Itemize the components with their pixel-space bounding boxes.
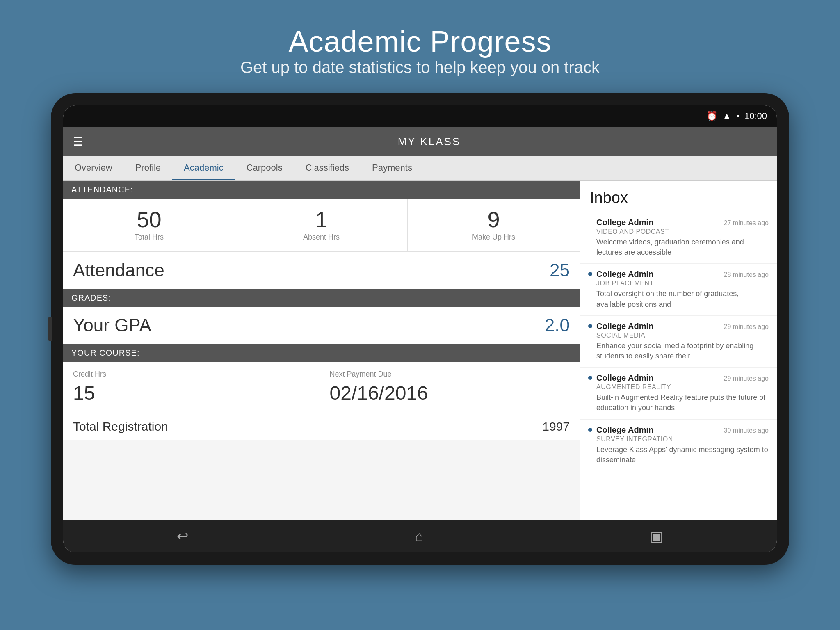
app-bar: ☰ MY KLASS xyxy=(63,127,777,156)
total-hrs-cell: 50 Total Hrs xyxy=(63,199,235,251)
bottom-nav: ↩ ⌂ ▣ xyxy=(63,520,777,552)
inbox-item-2[interactable]: College Admin 29 minutes ago SOCIAL MEDI… xyxy=(580,316,777,368)
next-payment-item: Next Payment Due 02/16/2016 xyxy=(330,370,570,404)
inbox-preview-3: Built-in Augmented Reality feature puts … xyxy=(596,393,769,413)
wifi-icon: ▲ xyxy=(722,111,731,121)
home-button[interactable]: ⌂ xyxy=(415,528,424,544)
alarm-icon: ⏰ xyxy=(706,111,717,121)
course-info: Credit Hrs 15 Next Payment Due 02/16/201… xyxy=(63,362,580,413)
inbox-item-1[interactable]: College Admin 28 minutes ago JOB PLACEME… xyxy=(580,264,777,315)
tablet-device: ⏰ ▲ ▪ 10:00 ☰ MY KLASS Overview Profile … xyxy=(51,93,789,565)
inbox-preview-0: Welcome videos, graduation ceremonies an… xyxy=(596,237,769,258)
inbox-item-3[interactable]: College Admin 29 minutes ago AUGMENTED R… xyxy=(580,368,777,419)
clock: 10:00 xyxy=(744,111,767,121)
makeup-hrs-cell: 9 Make Up Hrs xyxy=(408,199,580,251)
tab-overview[interactable]: Overview xyxy=(63,156,124,180)
attendance-progress-row: Attendance 25 xyxy=(63,252,580,289)
page-title: Academic Progress xyxy=(240,25,600,58)
next-payment-label: Next Payment Due xyxy=(330,370,570,379)
attendance-section-header: ATTENDANCE: xyxy=(63,181,580,199)
status-bar: ⏰ ▲ ▪ 10:00 xyxy=(63,105,777,127)
inbox-item-header-3: College Admin 29 minutes ago xyxy=(596,373,769,383)
inbox-item-content-3: College Admin 29 minutes ago AUGMENTED R… xyxy=(596,373,769,413)
status-icons: ⏰ ▲ ▪ 10:00 xyxy=(706,111,767,121)
inbox-preview-1: Total oversight on the number of graduat… xyxy=(596,289,769,309)
inbox-time-0: 27 minutes ago xyxy=(724,219,769,227)
inbox-dot-3 xyxy=(588,376,592,380)
inbox-category-4: SURVEY INTEGRATION xyxy=(596,436,769,443)
inbox-time-3: 29 minutes ago xyxy=(724,375,769,382)
tab-payments[interactable]: Payments xyxy=(361,156,424,180)
back-button[interactable]: ↩ xyxy=(177,528,188,544)
credit-hrs-item: Credit Hrs 15 xyxy=(73,370,313,404)
absent-hrs-label: Absent Hrs xyxy=(303,233,340,242)
inbox-dot-2 xyxy=(588,324,592,328)
app-title: MY KLASS xyxy=(91,135,767,148)
course-row: Credit Hrs 15 Next Payment Due 02/16/201… xyxy=(73,370,570,404)
absent-hrs-cell: 1 Absent Hrs xyxy=(235,199,408,251)
makeup-hrs-label: Make Up Hrs xyxy=(472,233,515,242)
inbox-spacer-0 xyxy=(588,220,592,224)
hamburger-menu[interactable]: ☰ xyxy=(73,135,83,148)
total-value: 1997 xyxy=(542,420,570,434)
grades-section-header: GRADES: xyxy=(63,289,580,307)
inbox-sender-0: College Admin xyxy=(596,218,653,227)
inbox-sender-2: College Admin xyxy=(596,322,653,331)
tablet-screen: ⏰ ▲ ▪ 10:00 ☰ MY KLASS Overview Profile … xyxy=(63,105,777,552)
inbox-title: Inbox xyxy=(580,181,777,212)
inbox-item-header-2: College Admin 29 minutes ago xyxy=(596,322,769,331)
inbox-sender-4: College Admin xyxy=(596,425,653,435)
inbox-dot-4 xyxy=(588,428,592,432)
credit-hrs-label: Credit Hrs xyxy=(73,370,313,379)
volume-button xyxy=(48,317,52,341)
inbox-preview-4: Leverage Klass Apps' dynamic messaging s… xyxy=(596,445,769,465)
inbox-time-2: 29 minutes ago xyxy=(724,323,769,331)
inbox-item-content-2: College Admin 29 minutes ago SOCIAL MEDI… xyxy=(596,322,769,361)
battery-icon: ▪ xyxy=(736,111,740,121)
inbox-sender-1: College Admin xyxy=(596,269,653,279)
makeup-hrs-value: 9 xyxy=(487,208,500,231)
inbox-dot-1 xyxy=(588,272,592,276)
course-section-header: YOUR COURSE: xyxy=(63,344,580,362)
attendance-label: Attendance xyxy=(73,260,164,281)
page-subtitle: Get up to date statistics to help keep y… xyxy=(240,58,600,77)
tab-classifieds[interactable]: Classifieds xyxy=(294,156,361,180)
tab-academic[interactable]: Academic xyxy=(172,156,235,180)
inbox-item-header-4: College Admin 30 minutes ago xyxy=(596,425,769,435)
gpa-row: Your GPA 2.0 xyxy=(63,307,580,344)
total-hrs-label: Total Hrs xyxy=(135,233,164,242)
inbox-category-1: JOB PLACEMENT xyxy=(596,280,769,287)
gpa-label: Your GPA xyxy=(73,315,151,336)
inbox-preview-2: Enhance your social media footprint by e… xyxy=(596,341,769,361)
inbox-time-4: 30 minutes ago xyxy=(724,427,769,434)
inbox-item-content-1: College Admin 28 minutes ago JOB PLACEME… xyxy=(596,269,769,309)
inbox-item-content-0: College Admin 27 minutes ago VIDEO AND P… xyxy=(596,218,769,258)
inbox-list: College Admin 27 minutes ago VIDEO AND P… xyxy=(580,212,777,520)
recents-button[interactable]: ▣ xyxy=(650,528,663,544)
left-panel: ATTENDANCE: 50 Total Hrs 1 Absent Hrs 9 … xyxy=(63,181,580,520)
total-hrs-value: 50 xyxy=(137,208,161,231)
nav-tabs: Overview Profile Academic Carpools Class… xyxy=(63,156,777,181)
inbox-item-0[interactable]: College Admin 27 minutes ago VIDEO AND P… xyxy=(580,212,777,264)
credit-hrs-value: 15 xyxy=(73,382,313,404)
inbox-category-2: SOCIAL MEDIA xyxy=(596,332,769,339)
inbox-sender-3: College Admin xyxy=(596,373,653,383)
absent-hrs-value: 1 xyxy=(315,208,327,231)
inbox-panel: Inbox College Admin 27 minutes ago VIDEO… xyxy=(580,181,777,520)
inbox-item-4[interactable]: College Admin 30 minutes ago SURVEY INTE… xyxy=(580,420,777,471)
inbox-item-header-0: College Admin 27 minutes ago xyxy=(596,218,769,227)
attendance-stats-row: 50 Total Hrs 1 Absent Hrs 9 Make Up Hrs xyxy=(63,199,580,252)
tab-carpools[interactable]: Carpools xyxy=(235,156,294,180)
inbox-category-3: AUGMENTED REALITY xyxy=(596,383,769,391)
total-row: Total Registration 1997 xyxy=(63,413,580,440)
inbox-item-content-4: College Admin 30 minutes ago SURVEY INTE… xyxy=(596,425,769,465)
attendance-value: 25 xyxy=(550,260,570,281)
inbox-category-0: VIDEO AND PODCAST xyxy=(596,228,769,235)
content-area: ATTENDANCE: 50 Total Hrs 1 Absent Hrs 9 … xyxy=(63,181,777,520)
total-label: Total Registration xyxy=(73,420,168,434)
next-payment-value: 02/16/2016 xyxy=(330,382,570,404)
gpa-value: 2.0 xyxy=(545,315,570,336)
inbox-item-header-1: College Admin 28 minutes ago xyxy=(596,269,769,279)
inbox-time-1: 28 minutes ago xyxy=(724,271,769,278)
tab-profile[interactable]: Profile xyxy=(124,156,172,180)
